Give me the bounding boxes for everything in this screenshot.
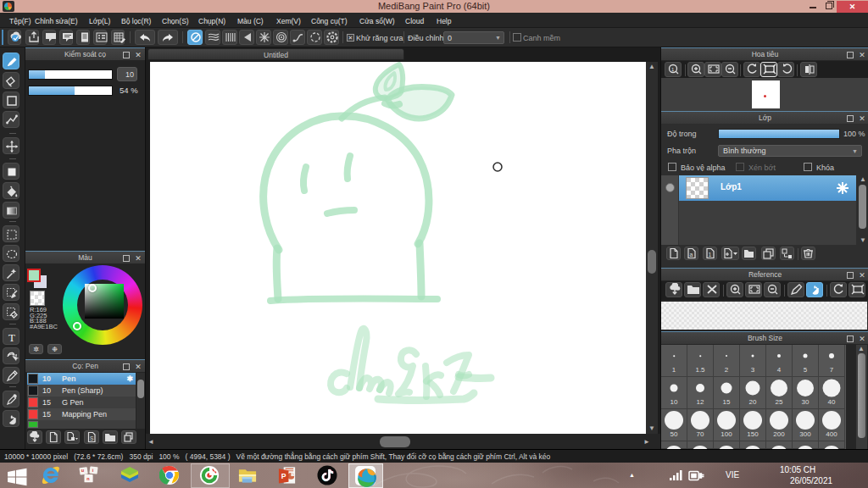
svg-text:1: 1 [709,252,712,258]
svg-text:a: a [689,252,693,258]
svg-text:S: S [90,435,94,441]
svg-text:T: T [8,331,15,344]
svg-text:u: u [81,468,84,473]
svg-text:P: P [281,472,287,480]
svg-text:1: 1 [671,67,675,72]
